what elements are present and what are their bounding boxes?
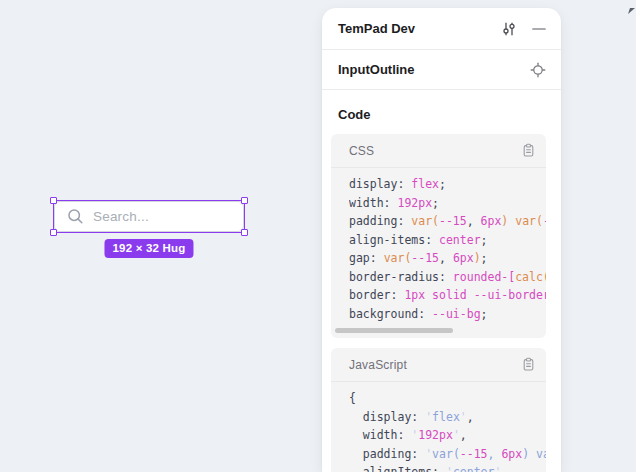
code-section-title: Code (338, 107, 371, 122)
js-code-block: JavaScript { display: 'flex', width: '19… (331, 348, 546, 472)
code-line: border: 1px solid --ui-border- (349, 286, 546, 305)
selected-component-row: InputOutline (322, 50, 561, 90)
search-icon (67, 208, 84, 225)
code-line: border-radius: rounded-[calc(var( (349, 268, 546, 287)
locate-crosshair-icon[interactable] (530, 62, 546, 78)
copy-clipboard-icon[interactable] (521, 357, 536, 372)
selection-handle-bottom-left[interactable] (50, 229, 57, 236)
horizontal-scrollbar[interactable] (335, 328, 453, 333)
code-line: width: '192px', (349, 426, 546, 445)
selection-handle-top-left[interactable] (50, 197, 57, 204)
css-code-block: CSS display: flex;width: 192px;padding: … (331, 134, 546, 338)
panel-title: TemPad Dev (338, 21, 415, 36)
dimensions-badge: 192 × 32 Hug (104, 239, 193, 258)
search-placeholder: Search... (93, 209, 149, 224)
code-line: align-items: center; (349, 231, 546, 250)
js-block-header: JavaScript (331, 348, 546, 382)
tempad-dev-panel: TemPad Dev InputOutline (322, 8, 561, 472)
code-line: { (349, 389, 546, 408)
js-block-label: JavaScript (349, 358, 407, 372)
css-block-header: CSS (331, 134, 546, 168)
css-block-label: CSS (349, 144, 374, 158)
code-line: display: 'flex', (349, 408, 546, 427)
code-line: gap: var(--15, 6px); (349, 249, 546, 268)
code-line: padding: 'var(--15, 6px) var (349, 445, 546, 464)
code-line: padding: var(--15, 6px) var(-- (349, 212, 546, 231)
preferences-sliders-icon[interactable] (501, 21, 517, 37)
panel-header: TemPad Dev (322, 8, 561, 50)
css-code-lines[interactable]: display: flex;width: 192px;padding: var(… (331, 168, 546, 323)
selected-search-input[interactable]: Search... (54, 201, 244, 232)
minimize-icon[interactable] (532, 22, 546, 36)
js-code-lines[interactable]: { display: 'flex', width: '192px', paddi… (331, 382, 546, 472)
code-line: width: 192px; (349, 194, 546, 213)
code-line: display: flex; (349, 175, 546, 194)
search-input[interactable]: Search... (54, 201, 244, 232)
component-name: InputOutline (338, 62, 415, 77)
code-line: alignItems: 'center', (349, 463, 546, 472)
code-line: background: --ui-bg; (349, 305, 546, 324)
selection-handle-top-right[interactable] (241, 197, 248, 204)
selection-handle-bottom-right[interactable] (241, 229, 248, 236)
copy-clipboard-icon[interactable] (521, 143, 536, 158)
cursor-fragment (628, 0, 635, 18)
